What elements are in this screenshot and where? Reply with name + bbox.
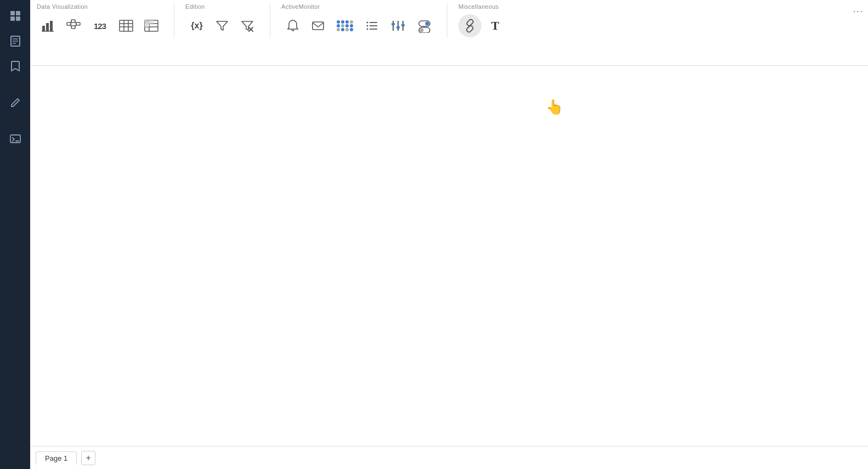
svg-rect-16 [71, 26, 75, 29]
active-monitor-icons [281, 14, 436, 37]
svg-rect-8 [10, 135, 20, 143]
page-tab[interactable]: Page 1 [36, 451, 77, 465]
cursor: 👆 [546, 99, 563, 116]
svg-point-47 [345, 28, 349, 31]
list-icon[interactable] [360, 14, 383, 37]
miscellaneous-group: Miscellaneous T [458, 3, 518, 37]
edition-icons: {x} [185, 14, 259, 37]
svg-rect-58 [392, 23, 395, 25]
filter-icon[interactable] [211, 14, 234, 37]
slider-icon[interactable] [385, 14, 411, 37]
svg-line-19 [71, 24, 71, 27]
more-options-button[interactable]: ... [853, 4, 864, 14]
active-monitor-group: ActiveMonitor [281, 3, 447, 37]
svg-point-46 [341, 28, 344, 31]
pivot-icon[interactable] [140, 14, 163, 37]
bookmark-icon[interactable] [5, 56, 26, 77]
miscellaneous-icons: T [458, 14, 507, 37]
svg-rect-31 [145, 20, 149, 24]
network-icon[interactable] [62, 14, 85, 37]
edition-group: Edition {x} [185, 3, 270, 37]
bottom-bar: Page 1 + [30, 446, 868, 469]
svg-rect-32 [145, 24, 149, 27]
add-page-button[interactable]: + [81, 451, 95, 465]
filter-remove-icon[interactable] [236, 14, 259, 37]
svg-point-37 [337, 20, 340, 24]
svg-point-53 [367, 29, 368, 30]
svg-rect-10 [42, 26, 45, 31]
main-content: Data Visualization [30, 0, 868, 469]
svg-rect-36 [313, 22, 324, 30]
text-icon[interactable]: T [484, 14, 507, 37]
svg-point-62 [426, 22, 429, 26]
toggle-icon[interactable] [413, 14, 436, 37]
svg-point-39 [345, 20, 349, 24]
svg-point-43 [345, 24, 349, 27]
svg-point-41 [337, 24, 340, 27]
svg-rect-12 [50, 21, 53, 31]
edition-label: Edition [185, 3, 205, 10]
email-icon[interactable] [307, 14, 330, 37]
svg-rect-0 [10, 11, 15, 15]
toolbar: Data Visualization [30, 0, 868, 66]
svg-point-51 [367, 25, 368, 27]
miscellaneous-label: Miscellaneous [458, 3, 499, 10]
alert-icon[interactable] [281, 14, 304, 37]
svg-rect-14 [67, 22, 71, 25]
terminal-icon[interactable] [5, 128, 26, 149]
canvas-area[interactable]: 👆 [30, 66, 868, 446]
svg-rect-33 [149, 20, 154, 24]
svg-rect-60 [401, 24, 405, 26]
svg-point-42 [341, 24, 344, 27]
svg-point-40 [350, 20, 353, 24]
link-icon[interactable] [458, 14, 481, 37]
svg-point-45 [337, 28, 340, 31]
svg-rect-22 [120, 20, 133, 31]
table-icon[interactable] [115, 14, 138, 37]
edit-icon[interactable] [5, 92, 26, 113]
svg-rect-15 [71, 20, 75, 22]
active-monitor-label: ActiveMonitor [281, 3, 320, 10]
dot-matrix-icon[interactable] [332, 14, 358, 37]
data-visualization-group: Data Visualization [37, 3, 174, 37]
svg-point-38 [341, 20, 344, 24]
page-icon[interactable] [5, 31, 26, 52]
svg-rect-11 [46, 23, 49, 31]
svg-point-44 [350, 24, 353, 27]
svg-point-48 [350, 28, 353, 31]
number-icon[interactable]: 123 [87, 14, 112, 37]
data-visualization-label: Data Visualization [37, 3, 88, 10]
svg-rect-1 [16, 11, 20, 15]
svg-line-18 [71, 21, 71, 24]
variable-icon[interactable]: {x} [185, 14, 208, 37]
svg-point-49 [367, 22, 368, 24]
svg-line-21 [75, 24, 76, 27]
svg-rect-3 [16, 16, 20, 21]
sidebar [0, 0, 30, 469]
svg-line-20 [75, 21, 76, 24]
data-visualization-icons: 123 [37, 14, 163, 37]
bar-chart-icon[interactable] [37, 14, 60, 37]
svg-rect-59 [396, 26, 400, 29]
svg-rect-17 [76, 22, 80, 25]
grid-icon[interactable] [5, 5, 26, 26]
svg-rect-2 [10, 16, 15, 21]
svg-point-64 [420, 29, 424, 32]
